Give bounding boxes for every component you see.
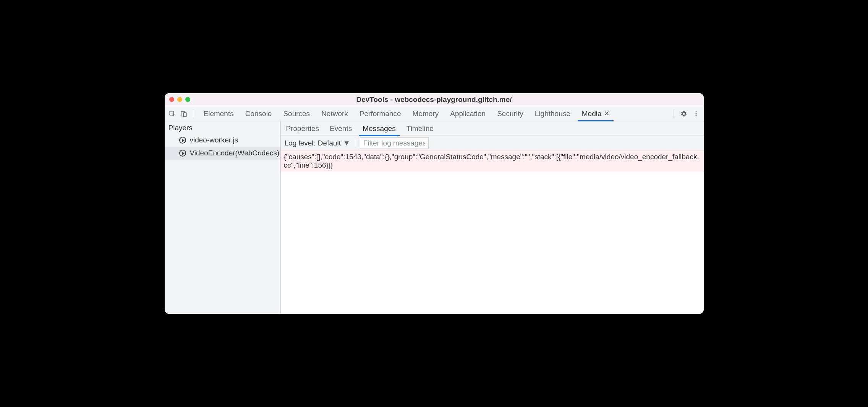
panel-tab-label: Memory [413,110,439,118]
top-toolbar: ElementsConsoleSourcesNetworkPerformance… [165,106,704,121]
media-subtab-timeline[interactable]: Timeline [401,121,439,136]
media-subtab-messages[interactable]: Messages [357,121,401,136]
panel-tab-performance[interactable]: Performance [354,106,407,121]
media-subtab-label: Messages [363,124,396,133]
panel-tab-label: Elements [204,110,234,118]
media-subtab-label: Timeline [406,124,434,133]
svg-rect-2 [183,113,186,117]
player-item[interactable]: video-worker.js [165,134,280,147]
log-filter-bar: Log level: Default ▼ [281,136,704,150]
log-output: {"causes":[],"code":1543,"data":{},"grou… [281,150,704,314]
media-subtab-properties[interactable]: Properties [281,121,325,136]
panel-tab-security[interactable]: Security [491,106,529,121]
panel-tab-network[interactable]: Network [316,106,354,121]
window-title: DevTools - webcodecs-playground.glitch.m… [165,95,704,104]
log-row[interactable]: {"causes":[],"code":1543,"data":{},"grou… [281,150,704,172]
panel-tab-media[interactable]: Media✕ [576,106,615,121]
panel-tab-label: Security [497,110,523,118]
log-level-control[interactable]: Log level: Default ▼ [285,139,350,147]
window-titlebar: DevTools - webcodecs-playground.glitch.m… [165,93,704,106]
panel-tab-label: Performance [360,110,401,118]
svg-point-5 [695,115,696,116]
panel-tab-label: Media [582,110,602,118]
panel-tab-console[interactable]: Console [240,106,278,121]
play-icon [179,150,186,157]
log-level-value: Default [318,139,341,147]
media-subtab-events[interactable]: Events [324,121,357,136]
play-icon [179,137,186,144]
svg-point-4 [695,113,696,114]
panel-tabs: ElementsConsoleSourcesNetworkPerformance… [198,106,669,121]
media-subtab-label: Events [330,124,352,133]
panel-tab-elements[interactable]: Elements [198,106,240,121]
panel-tab-application[interactable]: Application [444,106,491,121]
device-toolbar-icon[interactable] [179,109,188,118]
panel-tab-label: Console [245,110,272,118]
more-menu-icon[interactable] [691,109,701,118]
panel-tab-label: Sources [283,110,310,118]
toolbar-separator [193,110,193,118]
devtools-window: DevTools - webcodecs-playground.glitch.m… [165,93,704,314]
log-level-label: Log level: [285,139,316,147]
panel-tab-label: Application [450,110,486,118]
player-item[interactable]: VideoEncoder(WebCodecs) [165,147,280,160]
svg-point-3 [695,111,696,112]
player-item-label: video-worker.js [190,136,238,144]
toolbar-separator [674,110,674,118]
panel-tab-sources[interactable]: Sources [277,106,316,121]
main-panel: PropertiesEventsMessagesTimeline Log lev… [281,121,704,314]
sidebar-heading: Players [165,121,280,134]
panel-tab-lighthouse[interactable]: Lighthouse [529,106,576,121]
player-item-label: VideoEncoder(WebCodecs) [190,149,280,157]
filterbar-separator [355,139,355,147]
panel-tab-label: Lighthouse [535,110,570,118]
media-subtab-label: Properties [286,124,319,133]
close-tab-icon[interactable]: ✕ [604,110,609,118]
log-filter-input[interactable] [360,137,429,149]
settings-gear-icon[interactable] [679,109,688,118]
panel-tab-label: Network [321,110,348,118]
players-sidebar: Players video-worker.jsVideoEncoder(WebC… [165,121,281,314]
inspect-element-icon[interactable] [168,109,177,118]
media-subtabs: PropertiesEventsMessagesTimeline [281,121,704,136]
panel-tab-memory[interactable]: Memory [407,106,445,121]
chevron-down-icon: ▼ [343,139,350,147]
